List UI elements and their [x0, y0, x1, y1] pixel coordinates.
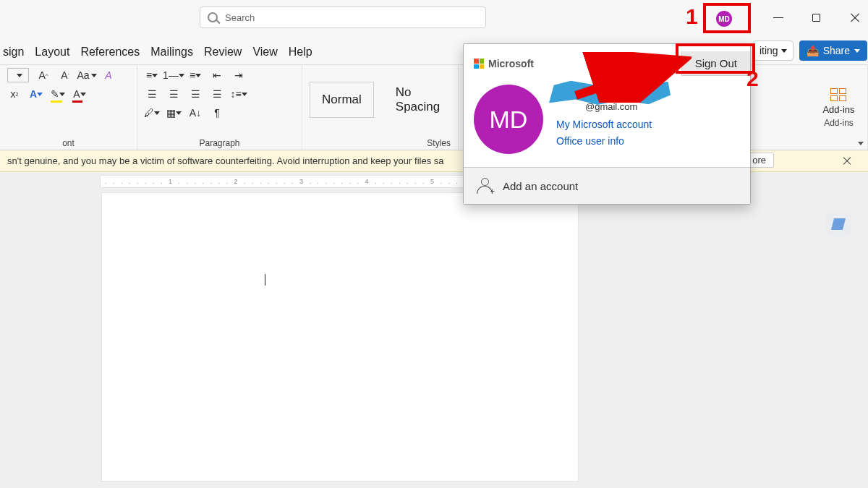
warning-text: sn't genuine, and you may be a victim of…: [7, 155, 443, 166]
decrease-font-icon[interactable]: Aˇ: [58, 68, 72, 82]
show-paragraph-icon[interactable]: ¶: [210, 106, 224, 120]
tab-layout[interactable]: Layout: [35, 46, 69, 59]
align-left-icon[interactable]: ☰: [145, 87, 159, 101]
highlight-icon[interactable]: ✎: [51, 87, 65, 101]
style-normal[interactable]: Normal: [310, 82, 374, 118]
add-account-button[interactable]: + Add an account: [464, 167, 750, 204]
shading-icon[interactable]: 🖊: [145, 106, 159, 120]
close-warning-button[interactable]: [842, 156, 851, 165]
clear-formatting-icon[interactable]: A: [101, 68, 116, 82]
share-icon: 📤: [807, 45, 819, 56]
align-center-icon[interactable]: ☰: [166, 87, 181, 101]
sort-icon[interactable]: A↓: [188, 106, 203, 120]
tab-review[interactable]: Review: [204, 46, 242, 59]
addins-group-label: Add-ins: [824, 118, 854, 128]
addins-label: Add-ins: [822, 104, 854, 115]
numbering-icon[interactable]: 1―: [166, 68, 181, 82]
annotation-box-1: [703, 3, 751, 33]
style-no-spacing[interactable]: No Spacing: [384, 75, 451, 124]
tab-help[interactable]: Help: [289, 46, 312, 59]
annotation-number-2: 2: [746, 68, 759, 90]
text-cursor: [265, 274, 265, 286]
annotation-box-2: [676, 43, 755, 74]
bullets-icon[interactable]: ≡: [145, 68, 159, 82]
tab-mailings[interactable]: Mailings: [150, 46, 193, 59]
line-spacing-icon[interactable]: ↕≡: [231, 87, 246, 101]
account-avatar: MD: [474, 85, 543, 154]
addins-icon[interactable]: [830, 88, 848, 101]
decrease-indent-icon[interactable]: ⇤: [210, 68, 224, 82]
account-email-redacted: @gmail.com: [556, 86, 671, 112]
font-color-icon[interactable]: A: [72, 87, 87, 101]
microsoft-icon: [474, 59, 484, 69]
styles-group-label: Styles: [310, 138, 451, 148]
share-button[interactable]: 📤 Share: [799, 40, 867, 61]
annotation-number-1: 1: [686, 6, 698, 27]
tab-references[interactable]: References: [80, 46, 140, 59]
document-page[interactable]: [101, 192, 579, 481]
search-icon: [208, 12, 218, 22]
microsoft-logo: Microsoft: [474, 58, 534, 69]
my-microsoft-account-link[interactable]: My Microsoft account: [556, 116, 671, 133]
search-input[interactable]: Search: [200, 7, 486, 28]
tab-view[interactable]: View: [252, 46, 277, 59]
search-placeholder: Search: [225, 12, 255, 23]
paragraph-group-label: Paragraph: [145, 138, 294, 148]
add-person-icon: +: [477, 178, 493, 194]
change-case-icon[interactable]: Aa: [80, 68, 94, 82]
text-effects-icon[interactable]: A: [29, 87, 43, 101]
font-group-label: ont: [7, 138, 129, 148]
chevron-down-icon: [781, 49, 787, 53]
increase-font-icon[interactable]: A^: [36, 68, 51, 82]
office-user-info-link[interactable]: Office user info: [556, 133, 671, 150]
align-right-icon[interactable]: ☰: [188, 87, 203, 101]
justify-icon[interactable]: ☰: [210, 87, 224, 101]
window-close-button[interactable]: [849, 12, 859, 22]
subscript-icon[interactable]: x2: [7, 87, 22, 101]
editor-pane-button[interactable]: [826, 212, 851, 236]
increase-indent-icon[interactable]: ⇥: [231, 68, 246, 82]
font-size-combo[interactable]: [7, 68, 29, 82]
multilevel-list-icon[interactable]: ≡: [188, 68, 203, 82]
tab-design[interactable]: sign: [3, 46, 24, 59]
window-maximize-button[interactable]: [812, 14, 820, 22]
chevron-down-icon: [854, 49, 860, 53]
editing-mode-button[interactable]: iting: [753, 40, 793, 61]
borders-icon[interactable]: ▦: [166, 106, 181, 120]
ribbon-collapse-chevron[interactable]: [858, 142, 864, 145]
window-minimize-button[interactable]: [773, 12, 783, 22]
